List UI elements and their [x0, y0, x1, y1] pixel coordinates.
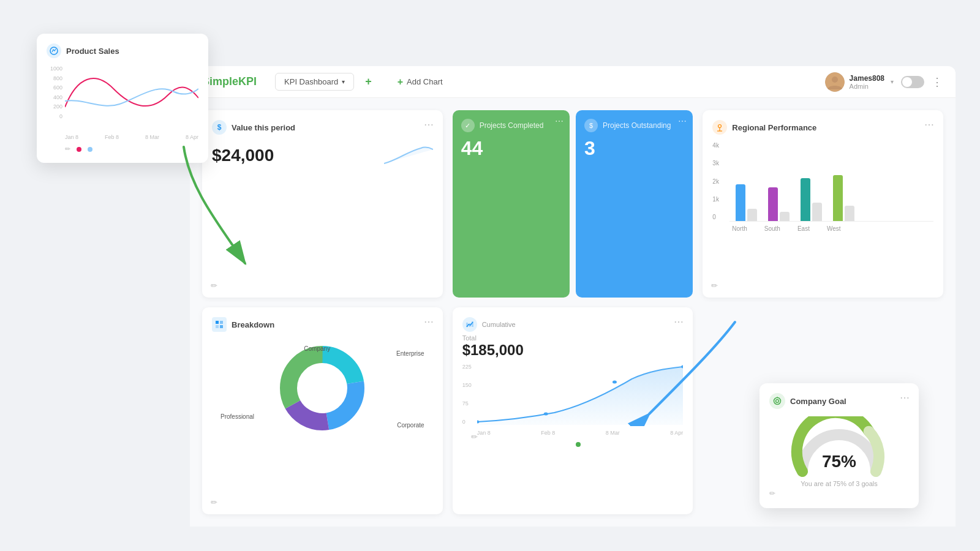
breakdown-icon	[212, 317, 227, 332]
ps-chart-area	[65, 64, 198, 119]
cumulative-dot	[576, 442, 581, 447]
ps-x-labels: Jan 8 Feb 8 8 Mar 8 Apr	[65, 134, 198, 140]
bar-south-purple	[768, 187, 778, 221]
breakdown-menu[interactable]: ⋯	[424, 316, 434, 328]
more-options-icon[interactable]: ⋮	[932, 75, 943, 89]
value-card-edit[interactable]: ✏	[211, 281, 217, 290]
regional-icon	[712, 120, 727, 135]
bar-south-gray	[780, 212, 790, 221]
dashboard-tab-label: KPI Dashboard	[284, 77, 338, 86]
cumulative-x-labels: Jan 8 Feb 8 8 Mar 8 Apr	[477, 430, 684, 436]
value-card-icon: $	[212, 120, 227, 135]
cumulative-y-axis: 0 75 150 225	[462, 364, 472, 425]
cumulative-title: Cumulative	[482, 321, 516, 328]
svg-rect-18	[472, 321, 473, 327]
regional-y-axis: 0 1k 2k 3k 4k	[712, 142, 719, 222]
add-chart-button[interactable]: + Add Chart	[388, 73, 453, 91]
bar-group-south	[768, 187, 790, 221]
bar-west-gray	[845, 206, 854, 221]
donut-chart: Company Enterprise Professional Corporat…	[212, 339, 433, 437]
projects-completed-card: ✓ Projects Completed 44 ⋯	[453, 110, 570, 298]
ps-edit-icon[interactable]: ✏	[65, 145, 70, 153]
plus-icon: +	[365, 75, 372, 88]
bar-east-gray	[812, 203, 822, 221]
breakdown-title: Breakdown	[232, 320, 274, 329]
donut-label-corporate: Corporate	[397, 422, 424, 429]
goal-edit[interactable]: ✏	[769, 489, 775, 498]
svg-rect-9	[220, 325, 223, 328]
donut-label-enterprise: Enterprise	[396, 350, 424, 357]
goal-title: Company Goal	[790, 397, 846, 406]
product-sales-icon	[47, 43, 61, 58]
product-sales-title: Product Sales	[66, 47, 119, 56]
user-text: James808 Admin	[850, 74, 884, 90]
user-info: James808 Admin ▾	[825, 72, 894, 92]
projects-outstanding-value: 3	[584, 137, 684, 160]
dashboard-tab[interactable]: KPI Dashboard ▾	[275, 73, 354, 91]
svg-rect-16	[466, 323, 468, 327]
cumulative-icon	[462, 317, 477, 332]
bar-north-blue	[736, 184, 745, 221]
regional-performance-card: Regional Performance ⋯ 0 1k 2k 3k 4k	[703, 110, 943, 298]
svg-point-20	[543, 413, 548, 416]
user-avatar	[825, 72, 845, 92]
value-card-title: Value this period	[232, 123, 295, 132]
svg-point-25	[776, 400, 779, 403]
regional-menu[interactable]: ⋯	[924, 119, 935, 130]
add-tab-button[interactable]: +	[356, 72, 380, 92]
bar-east-teal	[801, 178, 810, 221]
svg-point-15	[301, 367, 344, 410]
metric-cards-container: ✓ Projects Completed 44 ⋯ $ Projects Out…	[453, 110, 693, 298]
cumulative-edit[interactable]: ✏	[471, 432, 478, 441]
projects-outstanding-icon: $	[584, 119, 598, 132]
company-goal-card: Company Goal ⋯ 75% You are at 75% of 3 g…	[760, 383, 919, 508]
svg-rect-8	[216, 325, 219, 328]
regional-edit[interactable]: ✏	[711, 281, 718, 290]
brand-name: SimpleKPI	[202, 75, 257, 88]
bar-north-gray	[747, 209, 757, 221]
navbar: SimpleKPI KPI Dashboard ▾ + + Add Chart …	[190, 66, 956, 98]
add-chart-plus-icon: +	[398, 77, 403, 88]
bar-west-green	[833, 175, 843, 221]
projects-completed-label: Projects Completed	[480, 121, 544, 130]
legend-dot-red	[77, 147, 81, 152]
svg-point-24	[774, 398, 781, 405]
user-name: James808	[850, 74, 884, 83]
svg-point-0	[50, 47, 58, 54]
user-chevron-icon: ▾	[891, 78, 894, 85]
projects-completed-value: 44	[461, 137, 561, 160]
green-arrow	[172, 141, 270, 278]
goal-icon	[769, 393, 785, 409]
goal-menu[interactable]: ⋯	[900, 392, 910, 403]
regional-title: Regional Performance	[732, 123, 816, 132]
svg-point-21	[612, 381, 617, 384]
goal-gauge: 75%	[769, 416, 909, 478]
chevron-down-icon: ▾	[342, 78, 345, 85]
projects-completed-menu[interactable]: ⋯	[555, 116, 564, 126]
navbar-tabs: KPI Dashboard ▾ + + Add Chart	[275, 72, 453, 92]
ps-y-axis: 1000 800 600 400 200 0	[47, 64, 62, 119]
goal-percentage: 75%	[822, 452, 856, 471]
value-sparkline	[384, 142, 433, 169]
bar-chart	[729, 142, 933, 222]
projects-outstanding-card: $ Projects Outstanding 3 ⋯	[576, 110, 693, 298]
goal-subtitle: You are at 75% of 3 goals	[769, 480, 909, 487]
legend-dot-blue	[88, 147, 92, 152]
svg-rect-6	[216, 321, 219, 324]
projects-completed-icon: ✓	[461, 119, 475, 132]
breakdown-edit[interactable]: ✏	[211, 498, 217, 507]
value-card-menu[interactable]: ⋯	[424, 119, 434, 130]
donut-label-professional: Professional	[221, 413, 254, 420]
navbar-right: James808 Admin ▾ ⋮	[825, 72, 943, 92]
bar-group-east	[801, 178, 822, 221]
projects-outstanding-label: Projects Outstanding	[603, 121, 671, 130]
projects-outstanding-menu[interactable]: ⋯	[678, 116, 687, 126]
regional-x-labels: North South East West	[732, 225, 933, 232]
theme-toggle[interactable]	[901, 76, 924, 88]
bar-group-north	[736, 184, 757, 221]
svg-point-4	[718, 125, 722, 128]
bar-group-west	[833, 175, 854, 221]
svg-rect-17	[469, 323, 470, 327]
donut-label-company: Company	[304, 345, 330, 352]
add-chart-label: Add Chart	[407, 77, 443, 86]
